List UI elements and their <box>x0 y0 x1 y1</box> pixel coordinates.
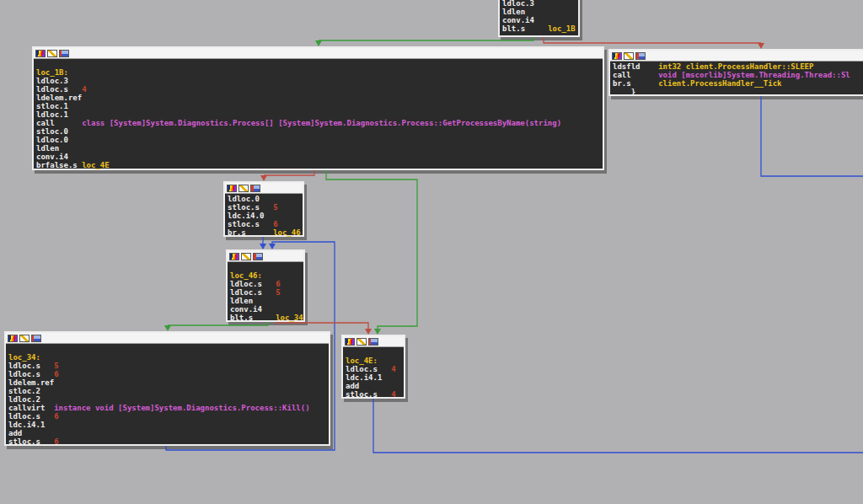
code-text: add <box>8 429 22 437</box>
code-text: ldelem.ref <box>8 378 54 387</box>
asm-line: call void [mscorlib]System.Threading.Thr… <box>613 71 863 79</box>
graph-icon[interactable] <box>635 52 646 60</box>
code-text: ldlen <box>36 144 59 153</box>
asm-line: stloc.0 <box>36 127 601 136</box>
code-text: 5 <box>54 362 58 370</box>
basic-block-init-inner-loop[interactable]: ldloc.0stloc.s 5ldc.i4.0stloc.s 6br.s lo… <box>223 181 304 237</box>
code-label: loc_1B: <box>36 68 68 77</box>
basic-block-sleep-tick[interactable]: ldsfld int32 client.ProcessHandler::SLEE… <box>608 49 863 96</box>
edge-arrowhead-loc1B-to-loc4E <box>374 329 381 335</box>
code-label: loc_1B <box>548 24 576 33</box>
asm-line: ldelem.ref <box>8 378 327 387</box>
block-title-bar[interactable] <box>228 251 303 262</box>
block-title-bar[interactable] <box>610 51 863 62</box>
edge-sleep-exit <box>761 96 863 176</box>
code-text: 6 <box>54 437 58 446</box>
basic-block-loc_4E[interactable]: loc_4E:ldloc.s 4ldc.i4.1addstloc.s 4 <box>341 335 405 399</box>
palette-icon[interactable] <box>345 338 355 346</box>
code-text: 6 <box>54 412 58 421</box>
code-text: 6 <box>273 220 277 228</box>
edge-arrowhead-loc46-to-loc34 <box>164 325 171 331</box>
asm-line <box>346 348 402 357</box>
code-text: br.s <box>613 79 658 88</box>
edit-icon[interactable] <box>356 338 367 346</box>
asm-line: ldsfld int32 client.ProcessHandler::SLEE… <box>613 62 863 71</box>
block-title-bar[interactable] <box>34 48 603 59</box>
code-text: stloc.1 <box>36 102 68 110</box>
code-label: loc_46 <box>273 228 301 237</box>
graph-icon[interactable] <box>59 50 69 57</box>
basic-block-loc_1B[interactable]: loc_1B:ldloc.3ldloc.s 4ldelem.refstloc.1… <box>32 46 604 170</box>
graph-icon[interactable] <box>31 335 41 342</box>
palette-icon[interactable] <box>227 185 237 192</box>
code-text: ldlen <box>502 8 525 16</box>
edge-loc4E-exit <box>373 399 863 453</box>
asm-line: ldloc.s 4 <box>36 85 601 94</box>
block-code: ldsfld int32 client.ProcessHandler::SLEE… <box>610 62 863 97</box>
code-text: blt.s <box>230 314 276 322</box>
palette-icon[interactable] <box>229 253 239 260</box>
palette-icon[interactable] <box>35 50 46 57</box>
asm-line <box>230 263 302 271</box>
asm-line: ldloc.s 6 <box>8 370 327 378</box>
code-text: brfalse.s <box>36 161 82 169</box>
code-text: stloc.2 <box>8 387 40 395</box>
palette-icon[interactable] <box>8 335 18 342</box>
code-text: ldloc.s <box>8 370 54 378</box>
code-text: ldloc.s <box>8 412 54 421</box>
asm-line: stloc.s 4 <box>346 390 402 399</box>
code-text: stloc.s <box>228 220 273 228</box>
asm-line: stloc.2 <box>8 387 327 395</box>
basic-block-loc_46[interactable]: loc_46:ldloc.s 6ldloc.s 5ldlenconv.i4blt… <box>226 249 305 322</box>
edit-icon[interactable] <box>47 50 57 57</box>
asm-line: conv.i4 <box>502 16 576 24</box>
edit-icon[interactable] <box>19 335 29 342</box>
block-title-bar[interactable] <box>225 183 303 194</box>
asm-line: stloc.s 6 <box>8 437 327 446</box>
edit-icon[interactable] <box>624 52 634 60</box>
graph-icon[interactable] <box>368 338 378 346</box>
code-text: ldc.i4.1 <box>346 373 382 382</box>
code-label: loc_46: <box>230 271 262 280</box>
edge-entry-to-sleep <box>544 37 761 43</box>
code-text: ldloc.3 <box>36 77 68 85</box>
code-text: callvirt <box>8 404 54 412</box>
code-text: ldlen <box>230 297 253 305</box>
asm-line: loc_46: <box>230 271 302 280</box>
block-code: loc_46:ldloc.s 6ldloc.s 5ldlenconv.i4blt… <box>228 262 303 323</box>
code-text: ldc.i4.1 <box>8 421 45 429</box>
code-text: 4 <box>391 390 395 399</box>
block-title-bar[interactable] <box>343 336 404 347</box>
code-text: stloc.0 <box>36 127 68 136</box>
graph-icon[interactable] <box>253 253 263 260</box>
edge-loc1B-to-loc4E <box>326 170 417 329</box>
flow-graph-view[interactable]: ldloc.3ldlenconv.i4blt.s loc_1B loc_1B:l… <box>0 0 863 504</box>
basic-block-entry-top[interactable]: ldloc.3ldlenconv.i4blt.s loc_1B <box>498 0 580 37</box>
edit-icon[interactable] <box>241 253 251 260</box>
edge-entry-to-loc1B <box>319 37 533 40</box>
basic-block-loc_34[interactable]: loc_34:ldloc.s 5ldloc.s 6ldelem.refstloc… <box>4 331 330 446</box>
code-text: call <box>613 71 658 79</box>
asm-line: add <box>8 429 327 437</box>
edge-arrowhead-entry-to-sleep <box>758 43 764 49</box>
asm-line: ldlen <box>502 8 576 16</box>
edge-arrowhead-loc1B-fallthrough <box>260 175 267 181</box>
asm-line: stloc.s 6 <box>228 220 301 228</box>
asm-line: ldloc.0 <box>36 136 601 144</box>
code-text: conv.i4 <box>230 305 262 314</box>
edge-loc1B-fallthrough <box>264 170 314 175</box>
block-title-bar[interactable] <box>6 333 329 344</box>
edit-icon[interactable] <box>239 185 249 192</box>
asm-line: brfalse.s loc_4E <box>36 161 601 169</box>
asm-line: br.s loc_46 <box>228 228 301 237</box>
code-text: stloc.s <box>228 203 273 212</box>
code-text: ldc.i4.0 <box>228 212 264 220</box>
asm-line: callvirt instance void [System]System.Di… <box>8 404 327 412</box>
asm-line: stloc.s 5 <box>228 203 301 212</box>
code-text: ldloc.s <box>230 288 276 297</box>
asm-line: ldloc.2 <box>8 395 327 404</box>
graph-icon[interactable] <box>250 185 260 192</box>
palette-icon[interactable] <box>612 52 622 60</box>
asm-line: br.s client.ProcessHandler__Tick <box>613 79 863 88</box>
code-label: loc_34 <box>276 314 303 322</box>
